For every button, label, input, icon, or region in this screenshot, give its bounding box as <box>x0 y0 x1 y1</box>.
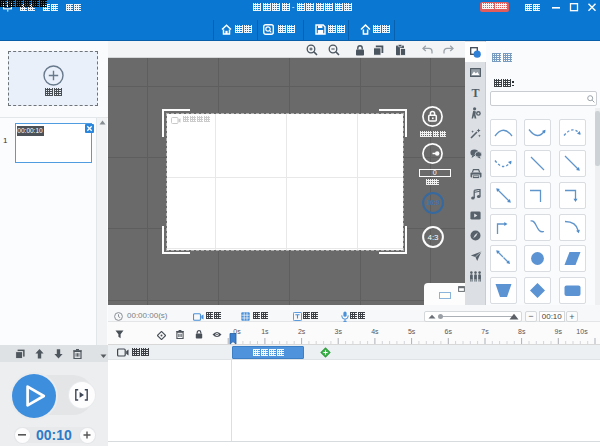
svg-text:16:9: 16:9 <box>426 199 439 206</box>
svg-text:4:3: 4:3 <box>427 233 439 242</box>
